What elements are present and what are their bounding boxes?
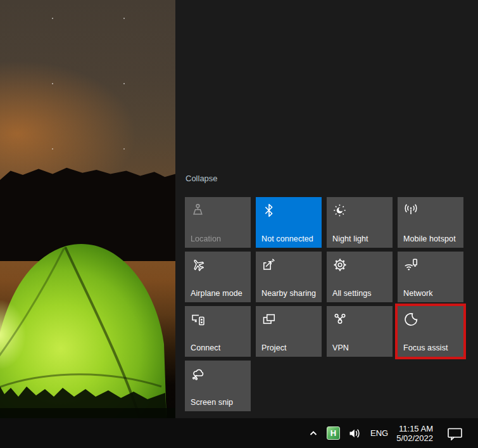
language-indicator[interactable]: ENG (370, 428, 388, 438)
taskbar: H ENG 11:15 AM 5/02/2022 (0, 418, 478, 448)
airplane-icon (191, 257, 206, 272)
tile-label: Project (261, 343, 287, 352)
tile-airplane-mode[interactable]: Airplane mode (185, 252, 251, 302)
tile-label: Not connected (261, 234, 313, 243)
connect-icon (191, 312, 206, 327)
tile-label: Network (403, 289, 433, 298)
tile-location[interactable]: Location (185, 197, 251, 248)
quick-actions-grid: Location Not connected Night light Mobil… (185, 197, 463, 411)
tile-label: Location (191, 234, 221, 243)
action-center-panel: Collapse Location Not connected Night li… (175, 0, 478, 418)
night-light-icon (332, 203, 348, 218)
network-icon (403, 257, 418, 272)
chevron-up-icon[interactable] (308, 429, 318, 437)
tile-label: Mobile hotspot (403, 234, 456, 243)
tile-screen-snip[interactable]: Screen snip (185, 361, 251, 411)
tile-label: VPN (332, 343, 349, 352)
wallpaper-tent (0, 233, 175, 418)
tile-label: Screen snip (191, 398, 233, 407)
tile-not-connected[interactable]: Not connected (256, 197, 322, 248)
tile-vpn[interactable]: VPN (327, 306, 393, 357)
tile-connect[interactable]: Connect (185, 306, 251, 357)
system-tray: H ENG 11:15 AM 5/02/2022 (308, 418, 463, 448)
desktop-wallpaper (0, 0, 175, 418)
tile-nearby-sharing[interactable]: Nearby sharing (256, 252, 322, 302)
nearby-sharing-icon (261, 257, 277, 272)
tile-network[interactable]: Network (398, 252, 463, 302)
tile-label: Airplane mode (191, 289, 242, 298)
project-icon (261, 312, 277, 327)
tile-label: Connect (191, 343, 220, 352)
collapse-link[interactable]: Collapse (186, 174, 218, 183)
mobile-hotspot-icon (403, 203, 418, 218)
vpn-icon (332, 312, 348, 327)
speaker-icon[interactable] (348, 427, 362, 440)
clock-date: 5/02/2022 (396, 433, 433, 443)
clock-time: 11:15 AM (396, 424, 433, 433)
desktop-screen: Collapse Location Not connected Night li… (0, 0, 478, 448)
h-app-icon[interactable]: H (327, 426, 340, 440)
taskbar-clock[interactable]: 11:15 AM 5/02/2022 (396, 424, 433, 443)
tile-project[interactable]: Project (256, 306, 322, 357)
settings-gear-icon (332, 257, 348, 272)
tile-label: All settings (332, 289, 372, 298)
focus-assist-icon (403, 312, 418, 327)
tile-label: Focus assist (403, 343, 448, 352)
tile-focus-assist[interactable]: Focus assist (398, 306, 463, 357)
screen-snip-icon (191, 366, 206, 381)
tile-label: Night light (332, 234, 368, 243)
tile-label: Nearby sharing (261, 289, 316, 298)
bluetooth-icon (261, 203, 277, 218)
tile-all-settings[interactable]: All settings (327, 252, 393, 302)
tile-mobile-hotspot[interactable]: Mobile hotspot (398, 197, 463, 248)
tile-night-light[interactable]: Night light (327, 197, 393, 248)
location-icon (191, 203, 206, 218)
notification-bubble-icon[interactable] (447, 426, 463, 440)
